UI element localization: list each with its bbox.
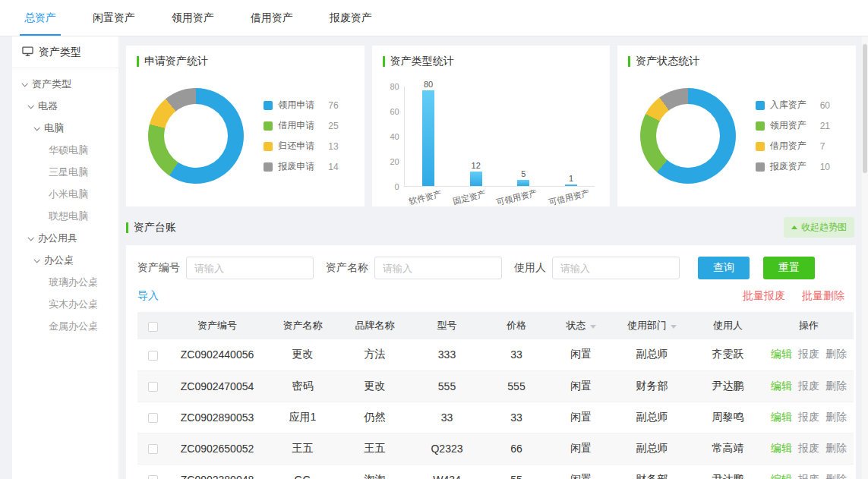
import-link[interactable]: 导入 — [137, 289, 159, 303]
filter-input-1[interactable] — [374, 257, 502, 279]
cell-4-0: ZC0902380048 — [168, 464, 267, 479]
scrap-link[interactable]: 报废 — [798, 348, 819, 360]
table-header-row: 资产编号资产名称品牌名称型号价格状态使用部门使用人操作 — [137, 312, 854, 339]
delete-link[interactable]: 删除 — [825, 411, 847, 423]
col-header-4: 价格 — [483, 312, 550, 339]
reset-button[interactable]: 重置 — [763, 257, 815, 279]
filter-label-0: 资产编号 — [137, 261, 180, 275]
scrollbar[interactable] — [862, 36, 868, 479]
tree-item-10[interactable]: 实木办公桌 — [12, 293, 118, 315]
edit-link[interactable]: 编辑 — [771, 473, 792, 479]
edit-link[interactable]: 编辑 — [771, 442, 792, 454]
caret-down-icon — [27, 102, 33, 109]
tree-item-7[interactable]: 办公用具 — [12, 227, 118, 249]
legend-swatch-icon — [264, 162, 273, 172]
cell-1-6: 财务部 — [612, 370, 692, 402]
scrap-link[interactable]: 报废 — [798, 442, 819, 454]
apply-stats-donut-chart — [148, 88, 244, 184]
y-axis: 806040200 — [384, 87, 404, 187]
tree-item-1[interactable]: 电器 — [12, 95, 118, 117]
tab-2[interactable]: 领用资产 — [153, 0, 232, 36]
filter-funnel-icon[interactable] — [590, 325, 596, 329]
actions-cell: 编辑报废删除 — [764, 370, 854, 402]
tree-item-11[interactable]: 金属办公桌 — [12, 315, 118, 337]
filter-funnel-icon[interactable] — [671, 325, 677, 329]
filter-input-2[interactable] — [552, 257, 680, 279]
scrap-link[interactable]: 报废 — [798, 380, 819, 392]
row-checkbox[interactable] — [148, 475, 158, 479]
legend-label: 领用资产 — [770, 119, 810, 132]
cell-3-1: 王五 — [267, 433, 339, 464]
filter-input-0[interactable] — [186, 257, 314, 279]
row-checkbox[interactable] — [148, 382, 158, 392]
col-header-7: 使用人 — [692, 312, 764, 339]
tree-item-6[interactable]: 联想电脑 — [12, 205, 118, 227]
tree-item-label: 办公用具 — [38, 232, 77, 245]
scrap-link[interactable]: 报废 — [798, 473, 819, 479]
legend-swatch-icon — [264, 101, 273, 110]
delete-link[interactable]: 删除 — [825, 380, 847, 392]
green-bar-icon — [137, 56, 139, 67]
batch-scrap-link[interactable]: 批量报废 — [743, 289, 785, 303]
legend-item-2: 归还申请13 — [264, 140, 342, 153]
tab-0[interactable]: 总资产 — [6, 0, 74, 36]
x-axis-labels: 软件资产固定资产可领用资产可借用资产 — [404, 192, 595, 203]
legend-value: 14 — [328, 162, 342, 172]
col-header-8: 操作 — [764, 312, 854, 339]
bar-plot: 801251 — [404, 87, 595, 187]
delete-link[interactable]: 删除 — [825, 442, 847, 454]
edit-link[interactable]: 编辑 — [771, 380, 792, 392]
row-checkbox[interactable] — [148, 351, 158, 361]
caret-down-icon — [27, 235, 33, 241]
cell-4-2: 淘淘 — [339, 464, 411, 479]
bar-3: 1 — [565, 175, 577, 186]
cell-2-7: 周黎鸣 — [692, 402, 764, 433]
tree-item-4[interactable]: 三星电脑 — [12, 161, 118, 183]
scrollbar-thumb[interactable] — [863, 44, 867, 173]
tree-item-label: 金属办公桌 — [49, 320, 98, 333]
tab-1[interactable]: 闲置资产 — [74, 0, 153, 36]
bar-value-label: 80 — [424, 80, 433, 89]
select-all-checkbox[interactable] — [148, 322, 158, 332]
caret-down-icon — [33, 124, 39, 131]
row-checkbox[interactable] — [148, 413, 158, 423]
tree-item-8[interactable]: 办公桌 — [12, 249, 118, 271]
tree-item-3[interactable]: 华硕电脑 — [12, 139, 118, 161]
col-header-2: 品牌名称 — [339, 312, 411, 339]
cell-4-6: 财务部 — [612, 464, 692, 479]
legend-label: 报废资产 — [770, 160, 810, 173]
tab-4[interactable]: 报废资产 — [311, 0, 390, 36]
cell-0-0: ZC0902440056 — [168, 339, 267, 370]
query-button[interactable]: 查询 — [698, 257, 750, 279]
filter-group-2: 使用人 — [514, 257, 680, 279]
batch-actions: 批量报废批量删除 — [743, 289, 844, 303]
cell-0-4: 33 — [483, 339, 550, 370]
edit-link[interactable]: 编辑 — [771, 411, 792, 423]
sidebar-header: 资产类型 — [12, 36, 118, 68]
bar-rect — [470, 172, 482, 186]
legend-item-2: 借用资产7 — [756, 140, 834, 153]
legend-swatch-icon — [756, 101, 765, 110]
row-checkbox[interactable] — [148, 444, 158, 454]
collapse-trend-button[interactable]: 收起趋势图 — [784, 217, 854, 238]
cell-2-6: 副总师 — [612, 402, 692, 433]
tree-item-9[interactable]: 玻璃办公桌 — [12, 271, 118, 293]
tree-item-2[interactable]: 电脑 — [12, 117, 118, 139]
delete-link[interactable]: 删除 — [825, 348, 847, 360]
delete-link[interactable]: 删除 — [825, 473, 847, 479]
green-bar-icon — [383, 56, 385, 67]
tree-item-label: 办公桌 — [44, 254, 74, 267]
edit-link[interactable]: 编辑 — [771, 348, 792, 360]
batch-delete-link[interactable]: 批量删除 — [802, 289, 844, 303]
actions-cell: 编辑报废删除 — [764, 402, 854, 433]
tree-item-0[interactable]: 资产类型 — [12, 73, 118, 95]
filter-group-1: 资产名称 — [326, 257, 502, 279]
table-row-0: ZC0902440056更改方法33333闲置副总师齐雯跃编辑报废删除 — [137, 339, 854, 370]
col-header-1: 资产名称 — [267, 312, 339, 339]
tab-3[interactable]: 借用资产 — [232, 0, 311, 36]
legend-value: 21 — [820, 121, 834, 131]
tree-item-5[interactable]: 小米电脑 — [12, 183, 118, 205]
scrap-link[interactable]: 报废 — [798, 411, 819, 423]
legend-item-0: 入库资产60 — [756, 99, 834, 112]
filter-label-1: 资产名称 — [326, 261, 368, 275]
